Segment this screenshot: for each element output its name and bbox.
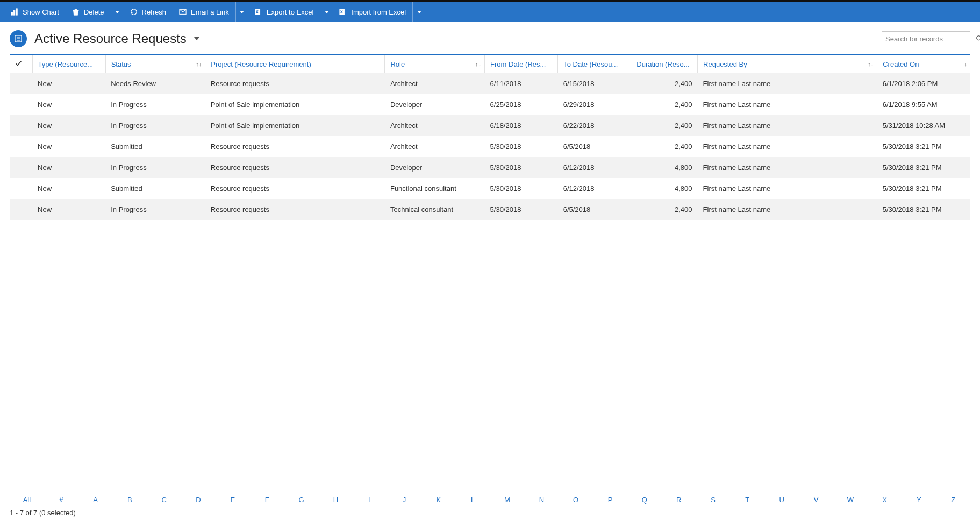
cell-status: In Progress — [105, 157, 205, 178]
email-link-label: Email a Link — [191, 8, 229, 16]
cell-requested-by[interactable]: First name Last name — [698, 178, 877, 199]
svg-point-7 — [977, 36, 980, 40]
cell-from-date: 6/18/2018 — [485, 115, 558, 136]
sort-icon: ↑↓ — [475, 61, 481, 67]
email-link-button[interactable]: Email a Link — [173, 2, 235, 22]
col-to-date[interactable]: To Date (Resou... — [558, 55, 631, 73]
cell-type: New — [32, 199, 105, 220]
table-row[interactable]: NewNeeds ReviewResource requestsArchitec… — [10, 73, 970, 95]
cell-requested-by[interactable]: First name Last name — [698, 94, 877, 115]
cell-type: New — [32, 115, 105, 136]
cell-status: In Progress — [105, 115, 205, 136]
export-excel-button[interactable]: Export to Excel — [248, 2, 320, 22]
cell-role[interactable]: Functional consultant — [385, 178, 485, 199]
row-selector[interactable] — [10, 178, 32, 199]
row-selector[interactable] — [10, 199, 32, 220]
col-created-on[interactable]: Created On↓ — [877, 55, 970, 73]
cell-requested-by[interactable]: First name Last name — [698, 157, 877, 178]
svg-rect-4 — [255, 9, 260, 15]
cell-created-on: 5/30/2018 3:21 PM — [877, 136, 970, 157]
cell-requested-by[interactable]: First name Last name — [698, 199, 877, 220]
cell-from-date: 6/25/2018 — [485, 94, 558, 115]
cell-role[interactable]: Developer — [385, 157, 485, 178]
col-role[interactable]: Role↑↓ — [385, 55, 485, 73]
delete-button[interactable]: Delete — [66, 2, 111, 22]
cell-from-date: 5/30/2018 — [485, 199, 558, 220]
cell-to-date: 6/5/2018 — [558, 199, 631, 220]
cell-requested-by[interactable]: First name Last name — [698, 115, 877, 136]
cell-from-date: 5/30/2018 — [485, 157, 558, 178]
row-selector[interactable] — [10, 94, 32, 115]
page-title: Active Resource Requests — [34, 31, 187, 46]
cell-role[interactable]: Technical consultant — [385, 199, 485, 220]
email-link-split-button[interactable] — [235, 2, 248, 22]
chevron-down-icon — [417, 11, 421, 13]
cell-duration: 2,400 — [631, 136, 698, 157]
cell-to-date: 6/15/2018 — [558, 73, 631, 95]
show-chart-label: Show Chart — [23, 8, 59, 16]
search-icon[interactable] — [976, 35, 980, 42]
delete-split-button[interactable] — [111, 2, 124, 22]
table-row[interactable]: NewIn ProgressPoint of Sale implementati… — [10, 94, 970, 115]
cell-from-date: 5/30/2018 — [485, 136, 558, 157]
cell-duration: 2,400 — [631, 115, 698, 136]
cell-status: Submitted — [105, 136, 205, 157]
cell-type: New — [32, 136, 105, 157]
cell-from-date: 5/30/2018 — [485, 178, 558, 199]
cell-role[interactable]: Developer — [385, 94, 485, 115]
svg-rect-5 — [340, 9, 345, 15]
import-excel-button[interactable]: Import from Excel — [333, 2, 412, 22]
cell-created-on: 5/30/2018 3:21 PM — [877, 178, 970, 199]
cell-requested-by[interactable]: First name Last name — [698, 73, 877, 95]
cell-type: New — [32, 178, 105, 199]
row-selector[interactable] — [10, 73, 32, 95]
export-excel-label: Export to Excel — [267, 8, 313, 16]
table-row[interactable]: NewIn ProgressPoint of Sale implementati… — [10, 115, 970, 136]
cell-requested-by[interactable]: First name Last name — [698, 136, 877, 157]
view-selector-chevron-icon[interactable] — [194, 37, 199, 40]
cell-to-date: 6/22/2018 — [558, 115, 631, 136]
table-row[interactable]: NewSubmittedResource requestsFunctional … — [10, 178, 970, 199]
cell-project: Resource requests — [205, 73, 385, 95]
col-from-date[interactable]: From Date (Res... — [485, 55, 558, 73]
cell-to-date: 6/29/2018 — [558, 94, 631, 115]
export-excel-split-button[interactable] — [320, 2, 333, 22]
cell-project: Point of Sale implementation — [205, 115, 385, 136]
import-excel-split-button[interactable] — [412, 2, 425, 22]
cell-duration: 2,400 — [631, 199, 698, 220]
grid-wrap: Type (Resource... Status↑↓ Project (Reso… — [0, 54, 980, 220]
show-chart-button[interactable]: Show Chart — [4, 2, 66, 22]
cell-to-date: 6/12/2018 — [558, 178, 631, 199]
chart-icon — [11, 8, 18, 16]
row-selector[interactable] — [10, 157, 32, 178]
refresh-icon — [130, 8, 138, 16]
row-selector[interactable] — [10, 115, 32, 136]
cell-duration: 2,400 — [631, 94, 698, 115]
cell-to-date: 6/12/2018 — [558, 157, 631, 178]
row-selector[interactable] — [10, 136, 32, 157]
cell-role[interactable]: Architect — [385, 73, 485, 95]
excel-export-icon — [255, 8, 262, 16]
col-duration[interactable]: Duration (Reso... — [631, 55, 698, 73]
col-project[interactable]: Project (Resource Requirement) — [205, 55, 385, 73]
command-bar: Show Chart Delete Refresh Email a Link E… — [0, 2, 980, 22]
chevron-down-icon — [240, 11, 244, 13]
cell-role[interactable]: Architect — [385, 136, 485, 157]
cell-created-on: 5/30/2018 3:21 PM — [877, 199, 970, 220]
svg-rect-2 — [16, 9, 18, 15]
table-row[interactable]: NewIn ProgressResource requestsTechnical… — [10, 199, 970, 220]
cell-created-on: 5/30/2018 3:21 PM — [877, 157, 970, 178]
col-status[interactable]: Status↑↓ — [105, 55, 205, 73]
table-row[interactable]: NewIn ProgressResource requestsDeveloper… — [10, 157, 970, 178]
refresh-button[interactable]: Refresh — [124, 2, 173, 22]
cell-created-on: 5/31/2018 10:28 AM — [877, 115, 970, 136]
search-input[interactable] — [885, 35, 976, 43]
select-all-header[interactable] — [10, 55, 32, 73]
excel-import-icon — [339, 8, 347, 16]
cell-role[interactable]: Architect — [385, 115, 485, 136]
table-row[interactable]: NewSubmittedResource requestsArchitect5/… — [10, 136, 970, 157]
svg-rect-0 — [11, 12, 13, 15]
col-requested-by[interactable]: Requested By↑↓ — [698, 55, 877, 73]
col-type[interactable]: Type (Resource... — [32, 55, 105, 73]
search-box[interactable] — [882, 31, 970, 46]
